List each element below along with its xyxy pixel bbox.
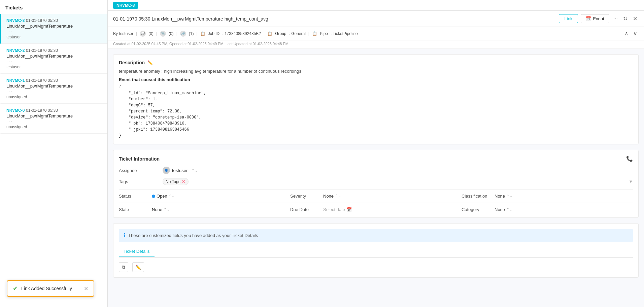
status-value: Open ⌃⌄: [152, 194, 175, 199]
event-button[interactable]: 📅 Event: [581, 14, 609, 23]
status-label: Status: [119, 194, 149, 199]
tab-ticket-details[interactable]: Ticket Details: [119, 246, 155, 257]
assignee-value-area: 👤 testuser ⌃⌄: [163, 167, 633, 174]
status-cell: Status Open ⌃⌄: [119, 194, 290, 199]
info-icon: ℹ: [124, 232, 126, 239]
nav-down-button[interactable]: ∨: [632, 29, 639, 38]
description-text: temperature anomaly : high increasing av…: [119, 69, 633, 74]
state-row: State None ⌃⌄ Due Date Select date 📅 Cat…: [119, 203, 633, 212]
phone-icon[interactable]: 📞: [626, 156, 633, 162]
tags-value-area: No Tags ✕ ▼: [163, 178, 633, 185]
due-date-placeholder[interactable]: Select date: [323, 207, 345, 212]
content-area: Description ✏️ temperature anomaly : hig…: [108, 49, 644, 307]
topbar: 01-01-1970 05:30 LinuxMon__pwrMgmtTemper…: [108, 11, 644, 27]
category-cell: Category None ⌃⌄: [462, 207, 633, 212]
toast-check-icon: ✔: [13, 285, 18, 292]
event-button-label: Event: [593, 16, 604, 21]
ticket-title: 01-01-1970 05:30 LinuxMon__pwrMgmtTemper…: [113, 16, 555, 22]
sidebar-item-nrvmc-1[interactable]: NRVMC-1 01-01-1970 05:30 LinuxMon__pwrMg…: [0, 74, 107, 104]
toast-message: Link Added Successfully: [21, 286, 72, 291]
calendar-icon: 📅: [586, 16, 591, 21]
custom-fields-card: ℹ These are customized fields you have a…: [113, 223, 639, 278]
due-date-value: Select date 📅: [323, 207, 352, 212]
timestamp-bar: Created at 01-02-2025 04:45 PM, Opened a…: [108, 40, 644, 49]
category-label: Category: [462, 207, 492, 212]
bottom-icons: ⧉ ✏️: [119, 262, 633, 272]
classification-cell: Classification None ⌃⌄: [462, 194, 633, 199]
tags-label: Tags: [119, 179, 159, 184]
edit-pencil-button[interactable]: ✏️: [132, 262, 144, 272]
status-row: Status Open ⌃⌄ Severity None ⌃⌄ Classif: [119, 189, 633, 199]
ticket-info-card: Ticket Information 📞 Assignee 👤 testuser…: [113, 150, 639, 218]
ticket-item-dots: · · ·: [6, 119, 102, 124]
due-date-label: Due Date: [290, 207, 320, 212]
sidebar-item-nrvmc-2[interactable]: NRVMC-2 01-01-1970 05:30 LinuxMon__pwrMg…: [0, 44, 107, 74]
comment-icon[interactable]: 💬: [140, 31, 146, 37]
category-arrows[interactable]: ⌃⌄: [506, 207, 512, 212]
group-label: Group: [275, 31, 286, 36]
category-value: None ⌃⌄: [495, 207, 512, 212]
remove-tag-button[interactable]: ✕: [182, 179, 185, 184]
no-tags-text: No Tags: [166, 179, 180, 184]
status-arrows[interactable]: ⌃⌄: [169, 194, 175, 198]
severity-cell: Severity None ⌃⌄: [290, 194, 462, 199]
assignee-dropdown-arrow[interactable]: ⌃⌄: [191, 168, 198, 173]
description-title-text: Description: [119, 60, 145, 65]
description-card: Description ✏️ temperature anomaly : hig…: [113, 54, 639, 144]
assignee-label: Assignee: [119, 168, 159, 173]
severity-text: None: [323, 194, 334, 199]
link-icon[interactable]: 🔗: [180, 31, 186, 37]
ticket-badge: NRVMC-3: [113, 2, 138, 9]
severity-label: Severity: [290, 194, 320, 199]
link-button[interactable]: Link: [559, 14, 578, 23]
calendar-icon-due[interactable]: 📅: [346, 207, 352, 212]
status-text: Open: [157, 194, 167, 199]
attachment-icon[interactable]: 📎: [160, 31, 166, 37]
ticket-item-user: unassigned: [6, 95, 102, 99]
ticket-item-date: 01-01-1970 05:30: [26, 48, 58, 53]
custom-banner: ℹ These are customized fields you have a…: [119, 229, 633, 242]
more-button[interactable]: ···: [612, 14, 619, 23]
ticket-item-id: NRVMC-3: [6, 18, 25, 23]
tabs-row: Ticket Details: [119, 246, 633, 258]
topbar-actions: Link 📅 Event ··· ↻ ✕: [559, 14, 639, 23]
event-caused-title: Event that caused this notification: [119, 77, 633, 82]
ticket-item-dots: · · ·: [6, 59, 102, 64]
sidebar-items: NRVMC-3 01-01-1970 05:30 LinuxMon__pwrMg…: [0, 14, 107, 134]
ticket-item-name: LinuxMon__pwrMgmtTemperature: [6, 113, 102, 118]
ticket-item-dots: · · ·: [6, 89, 102, 94]
status-dot: [152, 195, 155, 198]
custom-banner-text: These are customized fields you have add…: [128, 233, 258, 238]
severity-value: None ⌃⌄: [323, 194, 341, 199]
no-tags-badge: No Tags ✕: [163, 178, 189, 185]
author-label: By testuser: [113, 31, 133, 36]
sidebar-item-nrvmc-0[interactable]: NRVMC-0 01-01-1970 05:30 LinuxMon__pwrMg…: [0, 104, 107, 134]
subtitle-nav: ∧ ∨: [623, 29, 639, 38]
refresh-button[interactable]: ↻: [622, 14, 629, 23]
ticket-item-name: LinuxMon__pwrMgmtTemperature: [6, 83, 102, 89]
job-id-label: Job ID: [208, 31, 220, 36]
subtitle-bar: By testuser | 💬 (0) | 📎 (0) | 🔗 (1) | 📋 …: [108, 27, 644, 40]
state-cell: State None ⌃⌄: [119, 207, 290, 212]
ticket-item-date: 01-01-1970 05:30: [26, 108, 58, 113]
edit-icon[interactable]: ✏️: [147, 60, 153, 65]
nav-up-button[interactable]: ∧: [623, 29, 630, 38]
copy-button[interactable]: ⧉: [119, 262, 128, 272]
comment-count: (0): [148, 31, 154, 36]
state-arrows[interactable]: ⌃⌄: [164, 207, 170, 212]
classification-value: None ⌃⌄: [495, 194, 512, 199]
tags-dropdown-arrow[interactable]: ▼: [629, 179, 633, 184]
category-text: None: [495, 207, 505, 212]
toast-close-button[interactable]: ✕: [84, 285, 88, 292]
severity-arrows[interactable]: ⌃⌄: [335, 194, 341, 198]
attachment-count: (0): [169, 31, 174, 36]
sidebar-item-nrvmc-3[interactable]: NRVMC-3 01-01-1970 05:30 LinuxMon__pwrMg…: [0, 14, 107, 44]
due-date-cell: Due Date Select date 📅: [290, 207, 462, 212]
close-button[interactable]: ✕: [632, 14, 639, 23]
classification-arrows[interactable]: ⌃⌄: [506, 194, 512, 198]
state-label: State: [119, 207, 149, 212]
assignee-row: Assignee 👤 testuser ⌃⌄: [119, 167, 633, 174]
ticket-item-user: testuser: [6, 35, 102, 39]
assignee-name: testuser: [172, 168, 188, 173]
ticket-item-id: NRVMC-2: [6, 48, 25, 53]
